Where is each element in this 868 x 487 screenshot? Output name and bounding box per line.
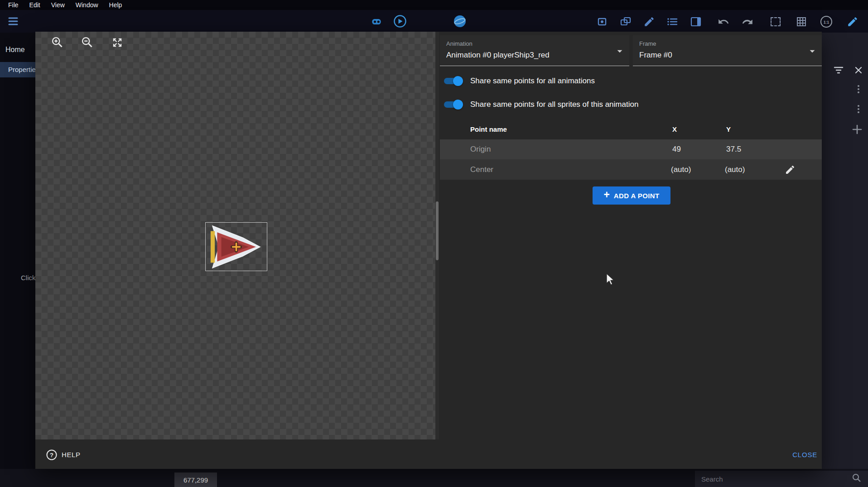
close-panel-icon[interactable] bbox=[853, 64, 864, 76]
animation-select-label: Animation bbox=[446, 40, 473, 47]
add-object-icon[interactable] bbox=[596, 15, 609, 29]
search-input[interactable]: Search bbox=[695, 471, 868, 487]
add-icon[interactable] bbox=[851, 123, 863, 136]
menu-bar: File Edit View Window Help bbox=[0, 0, 868, 10]
search-placeholder: Search bbox=[701, 475, 852, 483]
frame-select[interactable]: Frame Frame #0 bbox=[633, 35, 822, 66]
point-name: Origin bbox=[470, 145, 491, 154]
point-x-value[interactable]: 49 bbox=[672, 145, 681, 154]
col-header-point-name: Point name bbox=[470, 125, 507, 133]
help-icon[interactable]: ? bbox=[45, 449, 58, 461]
fit-to-screen-icon[interactable] bbox=[111, 36, 124, 49]
menu-file[interactable]: File bbox=[3, 1, 24, 9]
frame-select-label: Frame bbox=[639, 40, 656, 47]
help-button[interactable]: HELP bbox=[62, 451, 81, 458]
menu-edit[interactable]: Edit bbox=[24, 1, 46, 9]
toggle-thumb bbox=[453, 100, 463, 110]
zoom-1-1-icon[interactable]: 1:1 bbox=[820, 15, 833, 29]
menu-help[interactable]: Help bbox=[104, 1, 128, 9]
instances-list-icon[interactable] bbox=[665, 15, 679, 29]
application-window: File Edit View Window Help PREVIEW PUBLI… bbox=[0, 0, 868, 487]
animation-select-value: Animation #0 playerShip3_red bbox=[446, 51, 550, 60]
home-tab[interactable]: Home bbox=[5, 46, 25, 54]
point-x-value[interactable]: (auto) bbox=[671, 165, 691, 174]
redo-icon[interactable] bbox=[741, 15, 754, 29]
canvas-scrollbar bbox=[435, 32, 439, 439]
point-y-value[interactable]: 37.5 bbox=[726, 145, 741, 154]
add-a-point-button[interactable]: + ADD A POINT bbox=[593, 186, 670, 205]
main-toolbar: PREVIEW PUBLISH bbox=[0, 10, 868, 33]
close-button[interactable]: CLOSE bbox=[792, 451, 817, 458]
marquee-select-icon[interactable] bbox=[769, 15, 782, 29]
pen-icon[interactable] bbox=[846, 15, 859, 29]
plus-icon: + bbox=[603, 190, 609, 200]
grid-icon[interactable] bbox=[795, 15, 808, 29]
toggle-thumb bbox=[453, 76, 463, 86]
col-header-x: X bbox=[672, 125, 677, 133]
kebab-menu-icon[interactable] bbox=[853, 83, 864, 95]
filter-icon[interactable] bbox=[833, 64, 844, 76]
share-points-all-animations-toggle[interactable] bbox=[443, 76, 463, 86]
share-points-all-sprites-toggle[interactable] bbox=[443, 99, 463, 110]
publish-icon[interactable] bbox=[453, 14, 467, 28]
menu-window[interactable]: Window bbox=[70, 1, 104, 9]
add-group-icon[interactable] bbox=[619, 15, 632, 29]
edit-scene-icon[interactable] bbox=[642, 15, 656, 29]
add-a-point-label: ADD A POINT bbox=[614, 192, 660, 200]
left-edge-panel bbox=[0, 33, 35, 469]
animation-select[interactable]: Animation Animation #0 playerShip3_red bbox=[440, 35, 629, 66]
point-row-center[interactable]: Center (auto) (auto) bbox=[440, 159, 822, 180]
search-icon[interactable] bbox=[852, 473, 862, 485]
cursor-coordinates: 677,299 bbox=[174, 473, 217, 487]
share-points-all-sprites-label: Share same points for all sprites of thi… bbox=[470, 100, 638, 109]
svg-text:1:1: 1:1 bbox=[824, 20, 829, 24]
properties-hint-text: Click bbox=[21, 274, 35, 282]
app-menu-icon[interactable] bbox=[5, 14, 21, 29]
point-row-origin[interactable]: Origin 49 37.5 bbox=[440, 139, 822, 159]
point-y-value[interactable]: (auto) bbox=[725, 165, 745, 174]
zoom-in-icon[interactable] bbox=[51, 36, 63, 48]
point-name: Center bbox=[470, 165, 493, 174]
share-points-all-animations-label: Share same points for all animations bbox=[470, 76, 595, 86]
scrollbar-thumb[interactable] bbox=[436, 201, 439, 260]
layers-panel-icon[interactable] bbox=[689, 15, 703, 29]
tab-properties[interactable]: Properties bbox=[0, 62, 35, 77]
edit-point-icon[interactable] bbox=[784, 164, 796, 176]
frame-select-value: Frame #0 bbox=[639, 51, 672, 60]
kebab-menu-icon[interactable] bbox=[853, 103, 864, 115]
zoom-out-icon[interactable] bbox=[81, 36, 93, 48]
dialog-footer bbox=[35, 439, 822, 469]
menu-view[interactable]: View bbox=[46, 1, 70, 9]
undo-icon[interactable] bbox=[717, 15, 730, 29]
chevron-down-icon[interactable] bbox=[614, 45, 626, 59]
chevron-down-icon[interactable] bbox=[806, 45, 818, 59]
sprite-frame[interactable] bbox=[205, 222, 267, 271]
right-edge-panel bbox=[822, 33, 868, 469]
player-ship-sprite bbox=[207, 224, 265, 269]
game-preview-icon[interactable] bbox=[370, 15, 383, 29]
play-preview-icon[interactable] bbox=[393, 14, 407, 28]
col-header-y: Y bbox=[726, 125, 731, 133]
svg-text:?: ? bbox=[50, 452, 53, 458]
